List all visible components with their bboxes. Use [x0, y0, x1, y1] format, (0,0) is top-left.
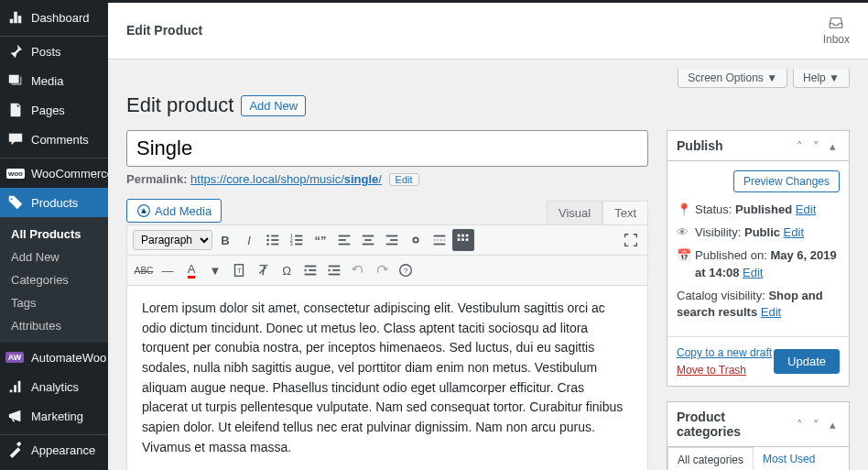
svg-rect-9 — [295, 235, 302, 237]
svg-rect-5 — [271, 239, 278, 241]
svg-rect-17 — [363, 235, 374, 237]
permalink-link[interactable]: https://core.local/shop/music/single/ — [190, 172, 382, 186]
edit-date-link[interactable]: Edit — [743, 266, 763, 279]
update-button[interactable]: Update — [774, 349, 840, 374]
svg-rect-13 — [295, 244, 302, 246]
edit-catalog-link[interactable]: Edit — [761, 305, 781, 319]
outdent-button[interactable] — [299, 259, 321, 281]
sidebar-item-appearance[interactable]: Appearance — [0, 435, 108, 465]
add-new-button[interactable]: Add New — [241, 95, 306, 116]
special-char-button[interactable]: Ω — [276, 259, 298, 281]
edit-visibility-link[interactable]: Edit — [784, 225, 804, 239]
key-icon: 📍 — [677, 202, 689, 218]
editor-toolbar-1: Paragraph B I 123 “” — [127, 225, 647, 256]
copy-draft-link[interactable]: Copy to a new draft — [677, 346, 772, 359]
tab-most-used[interactable]: Most Used — [754, 447, 824, 470]
sidebar-item-label: Marketing — [31, 410, 83, 423]
submenu-attributes[interactable]: Attributes — [0, 314, 108, 337]
pin-icon — [7, 43, 24, 60]
preview-changes-button[interactable]: Preview Changes — [733, 170, 840, 192]
add-media-button[interactable]: Add Media — [126, 199, 222, 223]
permalink-row: Permalink: https://core.local/shop/music… — [126, 172, 648, 186]
submenu-add-new[interactable]: Add New — [0, 246, 108, 268]
svg-rect-37 — [332, 269, 340, 271]
svg-rect-21 — [390, 239, 397, 241]
submenu-all-products[interactable]: All Products — [0, 223, 108, 246]
sidebar-item-products[interactable]: Products — [0, 188, 108, 217]
align-left-button[interactable] — [333, 229, 355, 251]
clear-formatting-button[interactable] — [252, 259, 274, 281]
link-button[interactable] — [405, 229, 427, 251]
sidebar-item-media[interactable]: Media — [0, 66, 108, 95]
sidebar-item-marketing[interactable]: Marketing — [0, 401, 108, 431]
toggle-icon[interactable]: ▴ — [825, 417, 840, 432]
marketing-icon — [7, 408, 24, 424]
format-select[interactable]: Paragraph — [133, 230, 212, 250]
tab-visual[interactable]: Visual — [547, 201, 602, 224]
keyboard-shortcuts-button[interactable]: ? — [395, 259, 417, 281]
sidebar-item-dashboard[interactable]: Dashboard — [0, 3, 108, 32]
sidebar-item-label: Dashboard — [31, 11, 90, 25]
help-button[interactable]: Help ▼ — [793, 69, 850, 88]
sidebar-item-label: Pages — [31, 104, 65, 117]
strikethrough-button[interactable]: ABC — [133, 259, 155, 281]
toggle-icon[interactable]: ▴ — [825, 138, 840, 153]
eye-icon: 👁 — [677, 224, 689, 241]
submenu-categories[interactable]: Categories — [0, 268, 108, 291]
indent-button[interactable] — [323, 259, 345, 281]
sidebar-item-posts[interactable]: Posts — [0, 37, 108, 66]
paste-text-button[interactable]: T — [228, 259, 250, 281]
screen-options-button[interactable]: Screen Options ▼ — [678, 69, 787, 88]
svg-text:3: 3 — [290, 241, 293, 246]
editor-content[interactable]: Lorem ipsum dolor sit amet, consectetur … — [127, 286, 647, 470]
toolbar-toggle-button[interactable] — [452, 229, 474, 251]
submenu-tags[interactable]: Tags — [0, 291, 108, 314]
page-header: Edit Product Inbox — [108, 0, 868, 60]
edit-status-link[interactable]: Edit — [796, 202, 816, 216]
fullscreen-button[interactable] — [620, 229, 642, 251]
move-up-icon[interactable]: ˄ — [792, 138, 807, 153]
svg-rect-19 — [363, 244, 374, 246]
sidebar-item-plugins[interactable]: Plugins — [0, 465, 108, 470]
svg-point-6 — [266, 243, 269, 246]
svg-rect-24 — [434, 244, 446, 246]
align-right-button[interactable] — [381, 229, 403, 251]
bullet-list-button[interactable] — [262, 229, 284, 251]
text-color-button[interactable]: A — [180, 259, 202, 281]
move-down-icon[interactable]: ˅ — [808, 417, 823, 432]
tab-text[interactable]: Text — [602, 201, 648, 224]
calendar-icon: 📅 — [677, 247, 689, 264]
move-up-icon[interactable]: ˄ — [792, 417, 807, 432]
svg-rect-38 — [329, 274, 341, 276]
sidebar-item-comments[interactable]: Comments — [0, 125, 108, 154]
product-title-input[interactable] — [126, 130, 648, 167]
svg-rect-30 — [466, 238, 469, 241]
edit-slug-button[interactable]: Edit — [389, 173, 419, 186]
hr-button[interactable]: — — [157, 259, 179, 281]
svg-rect-16 — [339, 244, 351, 246]
redo-button[interactable] — [371, 259, 393, 281]
categories-box: Product categories ˄ ˅ ▴ All categories … — [667, 401, 850, 470]
sidebar-item-pages[interactable]: Pages — [0, 95, 108, 125]
text-color-more-button[interactable]: ▼ — [204, 259, 226, 281]
bold-button[interactable]: B — [214, 229, 236, 251]
woo-icon: woo — [7, 165, 24, 181]
editor: Paragraph B I 123 “” — [126, 224, 648, 470]
numbered-list-button[interactable]: 123 — [286, 229, 308, 251]
move-down-icon[interactable]: ˅ — [808, 138, 823, 153]
admin-sidebar: Dashboard Posts Media Pages Comments woo… — [0, 0, 108, 470]
italic-button[interactable]: I — [238, 229, 260, 251]
svg-rect-7 — [271, 244, 278, 246]
read-more-button[interactable] — [429, 229, 450, 251]
tab-all-categories[interactable]: All categories — [667, 447, 754, 470]
svg-rect-34 — [309, 269, 316, 271]
blockquote-button[interactable]: “” — [309, 229, 331, 251]
inbox-button[interactable]: Inbox — [823, 15, 850, 46]
undo-button[interactable] — [347, 259, 369, 281]
move-to-trash-link[interactable]: Move to Trash — [677, 364, 746, 377]
align-center-button[interactable] — [357, 229, 379, 251]
sidebar-item-automatewoo[interactable]: AWAutomateWoo — [0, 343, 108, 372]
svg-rect-25 — [458, 235, 461, 237]
sidebar-item-woocommerce[interactable]: wooWooCommerce — [0, 158, 108, 188]
sidebar-item-analytics[interactable]: Analytics — [0, 372, 108, 401]
